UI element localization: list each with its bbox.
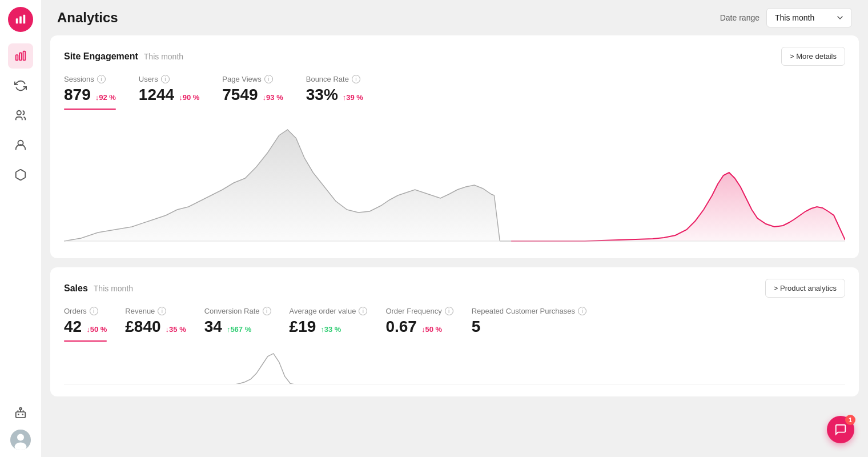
svg-rect-8 — [16, 412, 26, 418]
site-engagement-metrics: Sessions i 879 ↓92 % Users i 1244 ↓90 % — [64, 75, 845, 110]
sidebar-item-analytics[interactable] — [8, 43, 33, 69]
revenue-value: £840 — [125, 318, 160, 336]
revenue-info-icon[interactable]: i — [158, 307, 166, 315]
users-change: ↓90 % — [179, 93, 199, 102]
sessions-label: Sessions — [64, 75, 94, 83]
site-engagement-title: Site Engagement — [64, 51, 138, 62]
svg-point-9 — [19, 408, 22, 410]
orders-value: 42 — [64, 318, 82, 336]
sales-subtitle: This month — [94, 284, 133, 293]
site-engagement-subtitle: This month — [144, 52, 183, 61]
page-views-change: ↓93 % — [263, 93, 283, 102]
product-analytics-button[interactable]: > Product analytics — [765, 279, 845, 298]
users-info-icon[interactable]: i — [161, 75, 170, 83]
conversion-rate-label: Conversion Rate — [204, 307, 260, 315]
sales-header: Sales This month > Product analytics — [64, 279, 845, 298]
date-range-label: Date range — [720, 13, 760, 22]
conversion-rate-info-icon[interactable]: i — [263, 307, 271, 315]
metric-bounce-rate: Bounce Rate i 33% ↑39 % — [306, 75, 363, 110]
svg-rect-0 — [16, 18, 18, 23]
svg-rect-2 — [23, 15, 26, 24]
sales-card: Sales This month > Product analytics Ord… — [50, 267, 859, 396]
metric-page-views: Page Views i 7549 ↓93 % — [222, 75, 283, 110]
order-frequency-value: 0.67 — [385, 318, 417, 336]
sidebar — [0, 0, 41, 457]
page-views-label: Page Views — [222, 75, 261, 83]
sales-chart — [64, 351, 845, 385]
sidebar-item-profile[interactable] — [8, 133, 33, 158]
order-frequency-info-icon[interactable]: i — [445, 307, 453, 315]
svg-point-15 — [17, 434, 24, 441]
logo[interactable] — [8, 7, 33, 32]
repeated-purchases-label: Repeated Customer Purchases — [472, 307, 575, 315]
revenue-label: Revenue — [125, 307, 155, 315]
page-views-value: 7549 — [222, 86, 258, 104]
avg-order-change: ↑33 % — [320, 325, 341, 334]
page-views-info-icon[interactable]: i — [264, 75, 273, 83]
bounce-rate-label: Bounce Rate — [306, 75, 349, 83]
metric-avg-order: Average order value i £19 ↑33 % — [290, 307, 368, 342]
header-right: Date range This month — [720, 8, 852, 27]
revenue-change: ↓35 % — [166, 325, 186, 334]
metric-orders: Orders i 42 ↓50 % — [64, 307, 107, 342]
site-engagement-header: Site Engagement This month > More detail… — [64, 47, 845, 66]
users-label: Users — [139, 75, 158, 83]
order-frequency-change: ↓50 % — [421, 325, 442, 334]
avg-order-value: £19 — [290, 318, 316, 336]
metric-users: Users i 1244 ↓90 % — [139, 75, 199, 110]
order-frequency-label: Order Frequency — [385, 307, 441, 315]
header: Analytics Date range This month — [41, 0, 868, 35]
conversion-rate-change: ↑567 % — [227, 325, 251, 334]
orders-underline — [64, 340, 107, 342]
page-title: Analytics — [57, 10, 118, 26]
sales-title: Sales — [64, 283, 88, 294]
orders-label: Orders — [64, 307, 87, 315]
sales-title-group: Sales This month — [64, 283, 133, 294]
repeated-purchases-info-icon[interactable]: i — [578, 307, 586, 315]
sidebar-item-refresh[interactable] — [8, 73, 33, 98]
svg-rect-4 — [19, 53, 22, 61]
metric-revenue: Revenue i £840 ↓35 % — [125, 307, 186, 342]
site-engagement-chart — [64, 121, 845, 247]
sessions-underline — [64, 109, 116, 110]
date-range-select[interactable]: This month — [766, 8, 852, 27]
sidebar-item-bot[interactable] — [8, 400, 33, 425]
repeated-purchases-value: 5 — [472, 318, 481, 336]
sales-metrics: Orders i 42 ↓50 % Revenue i £840 ↓35 % — [64, 307, 845, 342]
svg-point-6 — [17, 111, 21, 115]
svg-rect-1 — [19, 17, 22, 24]
avg-order-label: Average order value — [290, 307, 356, 315]
chat-icon — [834, 423, 847, 436]
sidebar-item-contacts[interactable] — [8, 103, 33, 128]
date-range-value: This month — [775, 13, 814, 22]
avg-order-info-icon[interactable]: i — [359, 307, 367, 315]
chat-bubble[interactable]: 1 — [827, 416, 854, 443]
main-content: Analytics Date range This month Site Eng… — [41, 0, 868, 457]
sessions-value: 879 — [64, 86, 91, 104]
metric-sessions: Sessions i 879 ↓92 % — [64, 75, 116, 110]
svg-rect-3 — [16, 55, 18, 60]
site-engagement-title-group: Site Engagement This month — [64, 51, 183, 62]
site-engagement-card: Site Engagement This month > More detail… — [50, 35, 859, 258]
metric-repeated-purchases: Repeated Customer Purchases i 5 — [472, 307, 586, 342]
avatar[interactable] — [10, 430, 31, 450]
sidebar-item-products[interactable] — [8, 162, 33, 187]
bounce-rate-change: ↑39 % — [343, 93, 363, 102]
users-value: 1244 — [139, 86, 174, 104]
bounce-rate-info-icon[interactable]: i — [352, 75, 360, 83]
sessions-info-icon[interactable]: i — [97, 75, 106, 83]
orders-info-icon[interactable]: i — [90, 307, 98, 315]
orders-change: ↓50 % — [86, 325, 107, 334]
chat-badge: 1 — [845, 415, 855, 425]
metric-order-frequency: Order Frequency i 0.67 ↓50 % — [385, 307, 453, 342]
metric-conversion-rate: Conversion Rate i 34 ↑567 % — [204, 307, 271, 342]
bounce-rate-value: 33% — [306, 86, 338, 104]
svg-rect-5 — [23, 51, 26, 61]
chevron-down-icon — [837, 14, 843, 21]
conversion-rate-value: 34 — [204, 318, 222, 336]
more-details-button[interactable]: > More details — [781, 47, 845, 66]
sessions-change: ↓92 % — [95, 93, 116, 102]
